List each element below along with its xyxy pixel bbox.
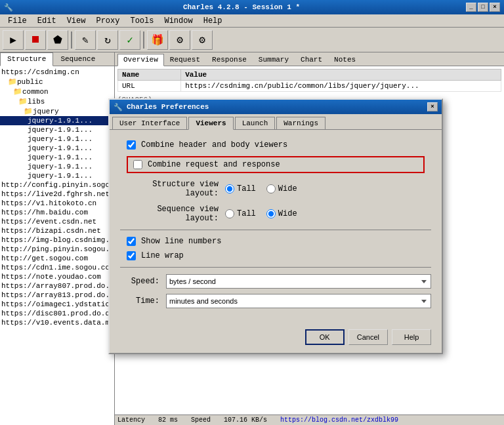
- line-wrap-row: Line wrap: [120, 251, 431, 260]
- sequence-wide-radio[interactable]: [266, 209, 276, 218]
- sequence-tall-option: Tall: [225, 209, 256, 218]
- dialog-tab-user-interface[interactable]: User Interface: [112, 117, 187, 129]
- speed-select[interactable]: bytes / second kilobytes / second megaby…: [166, 274, 431, 289]
- structure-tall-radio[interactable]: [225, 184, 234, 193]
- dialog-title-bar: 🔧 Charles Preferences ×: [110, 100, 442, 114]
- combine-request-response-checkbox[interactable]: [133, 160, 142, 169]
- sequence-view-layout-label: Sequence view layout:: [120, 205, 225, 223]
- combine-header-body-checkbox[interactable]: [127, 140, 136, 150]
- cancel-button[interactable]: Cancel: [348, 329, 388, 345]
- dialog-tabs: User Interface Viewers Launch Warnings: [110, 114, 442, 130]
- combine-request-response-row: Combine request and response: [127, 156, 425, 173]
- help-button[interactable]: Help: [392, 329, 431, 345]
- dialog-title: Charles Preferences: [127, 103, 427, 111]
- combine-header-body-label: Combine header and body viewers: [141, 140, 287, 150]
- line-wrap-label: Line wrap: [141, 251, 184, 260]
- sequence-tall-radio[interactable]: [225, 209, 234, 218]
- dialog-overlay: 🔧 Charles Preferences × User Interface V…: [0, 0, 504, 425]
- dialog-close-button[interactable]: ×: [427, 102, 438, 111]
- sequence-wide-option: Wide: [266, 209, 297, 218]
- sequence-wide-label: Wide: [278, 209, 297, 218]
- time-row: Time: minutes and seconds seconds millis…: [120, 294, 431, 308]
- structure-view-layout-row: Structure view layout: Tall Wide: [120, 180, 431, 198]
- time-select[interactable]: minutes and seconds seconds milliseconds: [166, 294, 431, 308]
- dialog-tab-viewers[interactable]: Viewers: [188, 117, 233, 130]
- ok-button[interactable]: OK: [305, 329, 345, 345]
- structure-wide-label: Wide: [278, 184, 297, 193]
- preferences-dialog: 🔧 Charles Preferences × User Interface V…: [108, 98, 443, 354]
- dialog-body: Combine header and body viewers Combine …: [110, 130, 442, 324]
- structure-tall-option: Tall: [225, 184, 256, 193]
- speed-label: Speed:: [120, 277, 166, 286]
- structure-view-layout-label: Structure view layout:: [120, 180, 225, 198]
- divider-2: [120, 267, 431, 268]
- show-line-numbers-checkbox[interactable]: [127, 237, 136, 246]
- dialog-icon: 🔧: [114, 103, 123, 111]
- speed-row: Speed: bytes / second kilobytes / second…: [120, 274, 431, 289]
- time-label: Time:: [120, 296, 166, 306]
- sequence-tall-label: Tall: [237, 209, 256, 218]
- line-wrap-checkbox[interactable]: [127, 251, 136, 260]
- structure-view-radio-group: Tall Wide: [225, 184, 297, 193]
- show-line-numbers-label: Show line numbers: [141, 237, 221, 246]
- divider-1: [120, 230, 431, 230]
- structure-tall-label: Tall: [237, 184, 256, 193]
- sequence-view-layout-row: Sequence view layout: Tall Wide: [120, 205, 431, 223]
- structure-wide-radio[interactable]: [266, 184, 276, 193]
- combine-header-body-row: Combine header and body viewers: [120, 140, 431, 150]
- combine-request-response-label: Combine request and response: [148, 160, 280, 169]
- dialog-buttons: OK Cancel Help: [110, 324, 442, 353]
- show-line-numbers-row: Show line numbers: [120, 237, 431, 246]
- dialog-tab-warnings[interactable]: Warnings: [276, 117, 326, 129]
- sequence-view-radio-group: Tall Wide: [225, 209, 297, 218]
- dialog-tab-launch[interactable]: Launch: [235, 117, 276, 129]
- structure-wide-option: Wide: [266, 184, 297, 193]
